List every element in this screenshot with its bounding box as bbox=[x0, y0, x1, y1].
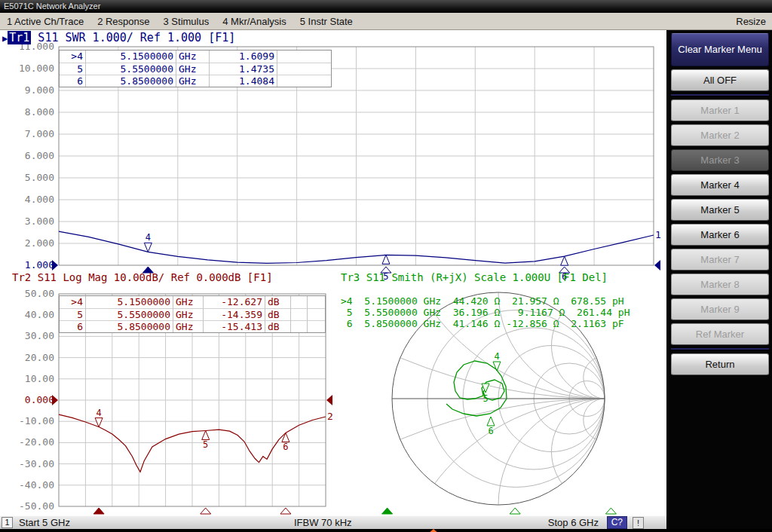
svg-text:4.000: 4.000 bbox=[25, 194, 54, 205]
trace1-header[interactable]: ▶Tr1 S11 SWR 1.000/ Ref 1.000 [F1] bbox=[2, 31, 235, 44]
marker-cell: 5.5500000 bbox=[85, 308, 173, 320]
menu-instr-state[interactable]: 5 Instr State bbox=[293, 16, 360, 27]
sidebar-button-marker-9: Marker 9 bbox=[671, 298, 769, 320]
menu-resize[interactable]: Resize bbox=[730, 16, 772, 27]
marker-cell: -15.413 bbox=[203, 320, 265, 332]
marker-cell: GHz bbox=[176, 75, 209, 87]
svg-text:-10.00: -10.00 bbox=[19, 415, 54, 427]
alert-indicator: ! bbox=[633, 517, 644, 529]
sidebar-button-label: Ref Marker bbox=[696, 329, 744, 340]
marker-cell: 1.4084 bbox=[209, 75, 277, 87]
marker-cell: GHz bbox=[173, 308, 203, 320]
sidebar-button-label: Marker 8 bbox=[700, 279, 739, 290]
sidebar-button-label: Marker 9 bbox=[700, 304, 739, 315]
svg-text:0.000: 0.000 bbox=[25, 394, 54, 405]
svg-text:-40.00: -40.00 bbox=[19, 479, 54, 491]
softkey-divider bbox=[671, 94, 769, 96]
measurement-display: 11.00010.0009.0008.0007.0006.0005.0004.0… bbox=[0, 30, 666, 515]
start-frequency[interactable]: Start 5 GHz bbox=[19, 517, 70, 528]
marker-cell: GHz bbox=[176, 50, 209, 63]
marker-readout-line: 5 5.5500000 GHz 36.196 Ω 9.1167 Ω 261.44… bbox=[341, 307, 630, 318]
marker-cell bbox=[307, 320, 325, 332]
svg-text:30.00: 30.00 bbox=[25, 330, 54, 341]
softkey-buttons: All OFFMarker 1Marker 2Marker 3Marker 4M… bbox=[666, 69, 772, 375]
sweep-position-icon bbox=[428, 529, 439, 532]
sidebar-button-marker-3[interactable]: Marker 3 bbox=[671, 149, 769, 171]
svg-text:6: 6 bbox=[283, 442, 288, 452]
marker-cell bbox=[307, 296, 325, 308]
stop-frequency[interactable]: Stop 6 GHz bbox=[548, 517, 599, 528]
trace2-marker-table: >45.1500000GHz-12.627dB55.5500000GHz-14.… bbox=[59, 295, 326, 333]
marker-cell: dB bbox=[265, 296, 290, 308]
svg-text:3.000: 3.000 bbox=[25, 216, 54, 227]
sidebar-button-return[interactable]: Return bbox=[671, 353, 769, 375]
svg-text:40.00: 40.00 bbox=[25, 309, 54, 320]
svg-text:2.000: 2.000 bbox=[25, 237, 54, 249]
sidebar-button-label: Marker 2 bbox=[700, 130, 739, 141]
menu-response[interactable]: 2 Response bbox=[90, 16, 156, 27]
svg-text:9.000: 9.000 bbox=[25, 84, 54, 96]
sidebar-button-label: All OFF bbox=[703, 75, 737, 86]
channel-number-box: 1 bbox=[2, 517, 13, 528]
svg-text:4: 4 bbox=[494, 351, 499, 362]
sidebar-button-marker-6[interactable]: Marker 6 bbox=[671, 224, 769, 246]
bottom-strip bbox=[0, 529, 772, 532]
softkey-divider bbox=[671, 348, 769, 350]
svg-text:7.000: 7.000 bbox=[25, 128, 54, 139]
sidebar-button-marker-5[interactable]: Marker 5 bbox=[671, 199, 769, 221]
ifbw-value[interactable]: IFBW 70 kHz bbox=[294, 517, 352, 528]
trace3-header[interactable]: Tr3 S11 Smith (R+jX) Scale 1.000U [F1 De… bbox=[341, 271, 608, 283]
svg-text:1.000: 1.000 bbox=[25, 259, 54, 271]
marker-cell: GHz bbox=[173, 320, 203, 332]
vna-application-window: E5071C Network Analyzer 1 Active Ch/Trac… bbox=[0, 0, 772, 532]
sidebar-button-marker-7: Marker 7 bbox=[671, 249, 769, 271]
sidebar-button-all-off[interactable]: All OFF bbox=[671, 69, 769, 91]
svg-text:6: 6 bbox=[488, 426, 493, 436]
svg-text:-50.00: -50.00 bbox=[19, 500, 54, 512]
sidebar-button-label: Marker 6 bbox=[700, 229, 739, 240]
sidebar-button-label: Marker 5 bbox=[700, 204, 739, 216]
marker-cell: -14.359 bbox=[203, 308, 265, 320]
marker-cell bbox=[277, 75, 331, 87]
marker-cell: 5.1500000 bbox=[85, 296, 173, 308]
status-bar: 1 Start 5 GHz IFBW 70 kHz Stop 6 GHz C? … bbox=[0, 515, 666, 529]
marker-cell: >4 bbox=[60, 50, 85, 63]
svg-text:2: 2 bbox=[327, 411, 333, 422]
sidebar-button-ref-marker: Ref Marker bbox=[671, 323, 769, 345]
svg-text:6.000: 6.000 bbox=[25, 150, 54, 161]
trace2-header[interactable]: Tr2 S11 Log Mag 10.00dB/ Ref 0.000dB [F1… bbox=[12, 271, 273, 283]
svg-text:4: 4 bbox=[146, 232, 151, 243]
svg-text:5.000: 5.000 bbox=[25, 172, 54, 183]
correction-status-badge: C? bbox=[607, 516, 627, 529]
marker-cell: 1.6099 bbox=[209, 50, 277, 63]
marker-cell: GHz bbox=[176, 63, 209, 75]
svg-text:10.000: 10.000 bbox=[19, 63, 54, 74]
svg-text:1: 1 bbox=[655, 229, 661, 240]
window-title: E5071C Network Analyzer bbox=[4, 2, 100, 11]
marker-cell bbox=[290, 296, 307, 308]
sidebar-button-label: Marker 3 bbox=[700, 154, 739, 166]
sidebar-button-marker-4[interactable]: Marker 4 bbox=[671, 174, 769, 196]
svg-text:10.00: 10.00 bbox=[25, 373, 54, 384]
svg-text:5: 5 bbox=[482, 393, 488, 404]
sidebar-button-label: Marker 7 bbox=[700, 254, 739, 265]
marker-cell: 5.5500000 bbox=[85, 63, 176, 75]
sidebar-button-marker-2: Marker 2 bbox=[671, 124, 769, 146]
trace3-marker-readout: >4 5.1500000 GHz 44.420 Ω 21.957 Ω 678.5… bbox=[341, 295, 630, 329]
svg-text:-20.00: -20.00 bbox=[19, 436, 54, 448]
menu-stimulus[interactable]: 3 Stimulus bbox=[157, 16, 216, 27]
menu-active-ch-trace[interactable]: 1 Active Ch/Trace bbox=[0, 16, 90, 27]
marker-cell bbox=[290, 308, 307, 320]
svg-text:20.00: 20.00 bbox=[25, 352, 54, 363]
marker-cell: 5.8500000 bbox=[85, 75, 176, 87]
marker-cell: 5.8500000 bbox=[85, 320, 173, 332]
marker-cell bbox=[277, 50, 331, 63]
menu-bar: 1 Active Ch/Trace 2 Response 3 Stimulus … bbox=[0, 13, 772, 30]
svg-text:5: 5 bbox=[203, 439, 208, 450]
softkey-menu-title: Clear Marker Menu bbox=[671, 33, 769, 66]
softkey-menu-panel: Clear Marker Menu All OFFMarker 1Marker … bbox=[666, 30, 772, 515]
marker-cell: 6 bbox=[60, 75, 85, 87]
menu-mkr-analysis[interactable]: 4 Mkr/Analysis bbox=[216, 16, 293, 27]
marker-cell bbox=[290, 320, 307, 332]
marker-cell: 5 bbox=[60, 63, 85, 75]
